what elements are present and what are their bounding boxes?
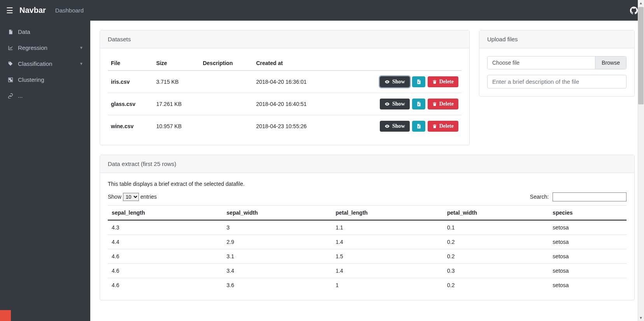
cell: 0.2 bbox=[443, 278, 549, 293]
cell-size: 10.957 KB bbox=[153, 115, 200, 138]
tags-icon bbox=[7, 61, 14, 67]
cell: setosa bbox=[549, 249, 626, 264]
sidebar-item-clustering[interactable]: Clustering bbox=[0, 72, 90, 88]
github-icon[interactable] bbox=[630, 7, 638, 14]
cell: 3.1 bbox=[223, 249, 332, 264]
trash-icon bbox=[432, 123, 437, 129]
cell: 4.4 bbox=[108, 235, 223, 249]
main-content: Datasets File Size Description Created a… bbox=[90, 21, 644, 321]
file-download-icon bbox=[416, 79, 421, 85]
cell-file: wine.csv bbox=[108, 115, 153, 138]
trash-icon bbox=[432, 79, 437, 85]
cell: 2.9 bbox=[223, 235, 332, 249]
cell: 4.3 bbox=[108, 220, 223, 235]
cell-description bbox=[200, 93, 253, 115]
sidebar-item-label: Data bbox=[18, 28, 83, 35]
length-control: Show 10 entries bbox=[108, 193, 157, 201]
scrollbar-thumb[interactable] bbox=[638, 7, 644, 104]
cell: 1.5 bbox=[332, 249, 443, 264]
download-button[interactable] bbox=[412, 121, 425, 132]
extract-col[interactable]: sepal_width bbox=[223, 206, 332, 220]
brand[interactable]: Navbar bbox=[19, 6, 46, 15]
delete-button[interactable]: Delete bbox=[428, 99, 458, 109]
download-button[interactable] bbox=[412, 76, 425, 87]
cell: 1.4 bbox=[332, 264, 443, 278]
eye-icon bbox=[384, 123, 390, 129]
scroll-down-icon[interactable]: ▼ bbox=[638, 315, 644, 321]
sidebar-item-label: Clustering bbox=[18, 76, 83, 83]
extract-col[interactable]: petal_width bbox=[443, 206, 549, 220]
cell-file: iris.csv bbox=[108, 71, 153, 93]
cell: 4.6 bbox=[108, 264, 223, 278]
extract-col[interactable]: sepal_length bbox=[108, 206, 223, 220]
upload-card: Upload files Choose file Browse bbox=[479, 30, 635, 97]
cell: setosa bbox=[549, 220, 626, 235]
extract-col[interactable]: petal_length bbox=[332, 206, 443, 220]
upload-card-title: Upload files bbox=[479, 30, 634, 48]
cell: 1.4 bbox=[332, 235, 443, 249]
extract-card-title: Data extract (first 25 rows) bbox=[100, 155, 634, 173]
sidebar: Data Regression ▼ Classification ▼ Clust… bbox=[0, 21, 90, 321]
sidebar-item-regression[interactable]: Regression ▼ bbox=[0, 40, 90, 56]
table-row: 4.63.610.2setosa bbox=[108, 278, 626, 293]
trash-icon bbox=[432, 101, 437, 107]
eye-icon bbox=[384, 79, 390, 85]
table-row: glass.csv17.261 KB2018-04-20 16:40:51Sho… bbox=[108, 93, 462, 115]
search-control: Search: bbox=[530, 192, 626, 201]
show-button[interactable]: Show bbox=[380, 121, 410, 132]
cell: 1 bbox=[332, 278, 443, 293]
sidebar-item-label: ... bbox=[18, 92, 83, 99]
cell: 3.4 bbox=[223, 264, 332, 278]
chevron-down-icon: ▼ bbox=[79, 62, 83, 66]
search-input[interactable] bbox=[553, 192, 626, 201]
table-row: 4.42.91.40.2setosa bbox=[108, 235, 626, 249]
delete-button[interactable]: Delete bbox=[428, 121, 458, 132]
cell-description bbox=[200, 115, 253, 138]
sidebar-item-classification[interactable]: Classification ▼ bbox=[0, 56, 90, 72]
browse-button[interactable]: Browse bbox=[595, 56, 626, 69]
table-row: 4.331.10.1setosa bbox=[108, 220, 626, 235]
datasets-card: Datasets File Size Description Created a… bbox=[100, 30, 470, 145]
chevron-down-icon: ▼ bbox=[79, 46, 83, 50]
sidebar-item-more[interactable]: ... bbox=[0, 88, 90, 104]
show-label: Show bbox=[108, 194, 121, 200]
cell: 0.2 bbox=[443, 249, 549, 264]
file-input-label: Choose file bbox=[488, 56, 595, 69]
extract-card: Data extract (first 25 rows) This table … bbox=[100, 155, 635, 300]
cell: 0.2 bbox=[443, 235, 549, 249]
cell: 4.6 bbox=[108, 249, 223, 264]
delete-button[interactable]: Delete bbox=[428, 76, 458, 87]
chart-line-icon bbox=[7, 45, 14, 51]
col-created: Created at bbox=[253, 56, 337, 71]
description-input[interactable] bbox=[487, 75, 626, 88]
col-file: File bbox=[108, 56, 153, 71]
cell-created: 2018-04-20 16:40:51 bbox=[253, 93, 337, 115]
extract-table: sepal_lengthsepal_widthpetal_lengthpetal… bbox=[108, 205, 626, 292]
nav-dashboard-link[interactable]: Dashboard bbox=[55, 7, 84, 14]
cell: setosa bbox=[549, 278, 626, 293]
hamburger-icon[interactable]: ☰ bbox=[6, 6, 13, 15]
extract-col[interactable]: species bbox=[549, 206, 626, 220]
extract-intro: This table displays a brief extract of t… bbox=[108, 181, 626, 187]
cell: 3 bbox=[223, 220, 332, 235]
datasets-table: File Size Description Created at iris.cs… bbox=[108, 56, 462, 137]
file-input[interactable]: Choose file Browse bbox=[487, 56, 626, 69]
col-description: Description bbox=[200, 56, 253, 71]
cell-size: 17.261 KB bbox=[153, 93, 200, 115]
table-row: wine.csv10.957 KB2018-04-23 10:55:26Show… bbox=[108, 115, 462, 138]
file-chart-icon bbox=[7, 29, 14, 35]
table-row: iris.csv3.715 KB2018-04-20 16:36:01ShowD… bbox=[108, 71, 462, 93]
link-icon bbox=[7, 93, 14, 99]
corner-badge bbox=[0, 310, 11, 321]
length-select[interactable]: 10 bbox=[123, 193, 139, 201]
cell-description bbox=[200, 71, 253, 93]
object-group-icon bbox=[7, 77, 14, 83]
sidebar-item-data[interactable]: Data bbox=[0, 24, 90, 40]
scrollbar[interactable]: ▲ ▼ bbox=[638, 0, 644, 321]
show-button[interactable]: Show bbox=[380, 99, 410, 109]
scroll-up-icon[interactable]: ▲ bbox=[638, 0, 644, 6]
datasets-card-title: Datasets bbox=[100, 30, 469, 48]
show-button[interactable]: Show bbox=[380, 76, 410, 87]
download-button[interactable] bbox=[412, 99, 425, 109]
svg-rect-2 bbox=[10, 80, 12, 81]
